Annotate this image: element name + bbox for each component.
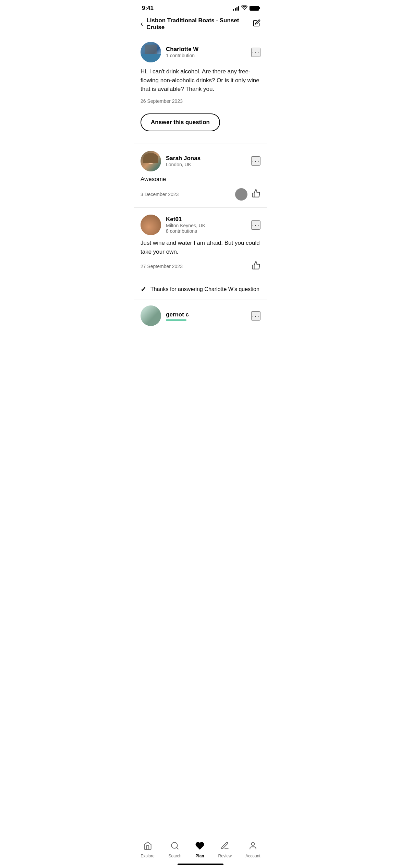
check-icon: ✓ [141,285,146,293]
avatar [141,42,161,62]
wifi-icon [241,5,247,11]
answer-username: Ket01 [166,216,205,223]
gernot-underline [166,320,186,321]
answer-text: Awesome [141,175,260,184]
question-text: Hi, I can't drink alcohol. Are there any… [141,67,260,94]
toast-notification: ✓ Thanks for answering Charlotte W's que… [134,279,267,300]
partial-answer-gernot: gernot c ··· [134,300,267,329]
thumbs-up-button[interactable] [252,189,260,200]
edit-button[interactable] [253,19,260,29]
answer-date: 3 December 2023 [141,192,179,197]
answer-card-sarah: Sarah Jonas London, UK ··· Awesome 3 Dec… [134,144,267,208]
partial-user-info: gernot c [141,305,189,326]
answer-location: Milton Keynes, UK [166,223,205,228]
answer-contributions: 8 contributions [166,228,205,234]
status-icons [233,5,259,11]
answer-question-button[interactable]: Answer this question [141,113,220,131]
question-user-row: Charlotte W 1 contribution ··· [141,42,260,62]
question-user-info: Charlotte W 1 contribution [141,42,198,62]
answer-footer: 27 September 2023 [141,261,260,272]
partial-more-button[interactable]: ··· [251,311,260,321]
circle-indicator [235,188,247,201]
back-button[interactable]: ‹ [141,20,143,28]
thumbs-up-button[interactable] [252,261,260,272]
answer-user-row: Ket01 Milton Keynes, UK 8 contributions … [141,215,260,235]
answer-actions [235,188,260,201]
answer-text: Just wine and water I am afraid. But you… [141,239,260,256]
question-section: Charlotte W 1 contribution ··· Hi, I can… [134,36,267,144]
answer-user-row: Sarah Jonas London, UK ··· [141,151,260,171]
answer-location: London, UK [166,162,200,167]
question-user-contributions: 1 contribution [166,53,198,58]
question-more-button[interactable]: ··· [251,48,260,57]
answer-card-ket: Ket01 Milton Keynes, UK 8 contributions … [134,207,267,279]
answer-more-button[interactable]: ··· [251,220,260,230]
toast-text: Thanks for answering Charlotte W's quest… [150,286,259,292]
answer-username: Sarah Jonas [166,155,200,162]
page-title: Lisbon Traditional Boats - Sunset Cruise [146,17,253,31]
answer-actions [252,261,260,272]
question-date: 26 September 2023 [141,98,260,104]
answer-user-info: Sarah Jonas London, UK [141,151,200,171]
page-header: ‹ Lisbon Traditional Boats - Sunset Crui… [134,14,267,36]
avatar [141,305,161,326]
battery-icon [250,6,259,11]
status-bar: 9:41 [134,0,267,14]
answer-more-button[interactable]: ··· [251,156,260,166]
answer-date: 27 September 2023 [141,264,183,269]
question-user-name: Charlotte W [166,46,198,53]
signal-bars-icon [233,6,239,11]
answer-footer: 3 December 2023 [141,188,260,201]
partial-username: gernot c [166,311,189,318]
answer-user-info: Ket01 Milton Keynes, UK 8 contributions [141,215,205,235]
avatar [141,215,161,235]
avatar [141,151,161,171]
status-time: 9:41 [142,5,154,12]
